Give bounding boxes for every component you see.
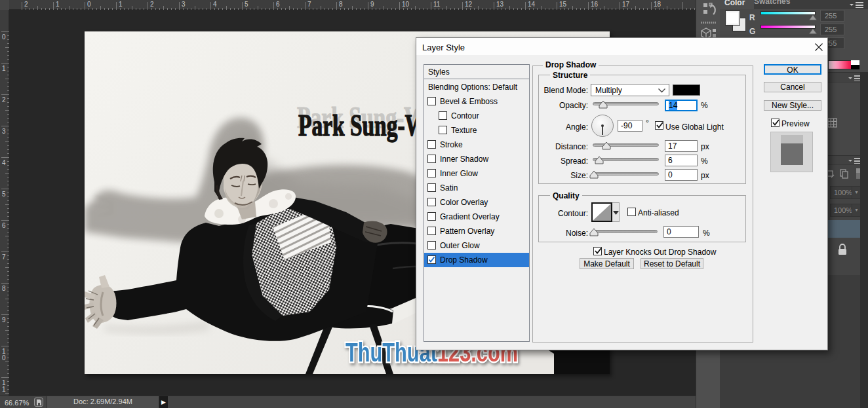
svg-text:Park Sung-W Park Sung-W: Park Sung-W Park Sung-W bbox=[297, 100, 433, 142]
